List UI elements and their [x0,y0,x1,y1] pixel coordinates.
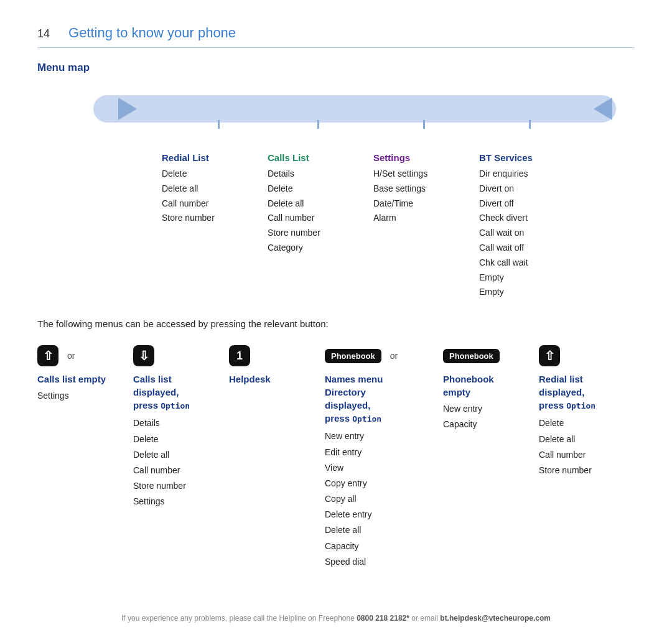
calls-empty-settings: Settings [37,388,133,404]
following-text: The following menus can be accessed by p… [37,318,635,329]
arrow-up2-icon: ⇧ [539,345,560,366]
list-item: Alarm [373,211,479,226]
or-label: or [67,351,75,361]
list-item: Delete [133,432,229,447]
list-item: Empty [479,285,585,300]
list-item: Details [133,415,229,431]
list-item: New entry [443,401,539,417]
list-item: H/Set settings [373,167,479,182]
bottom-col-phonebook-empty: Phonebook Phonebookempty New entry Capac… [443,344,539,432]
header-divider [37,47,635,48]
list-item: Call number [162,197,268,211]
phonebook-empty-icon-row: Phonebook [443,344,539,368]
number-1-icon: 1 [229,345,250,366]
phonebook-names-items: New entry Edit entry View Copy entry Cop… [325,429,443,570]
redial-displayed-icon-row: ⇧ [539,344,635,368]
list-item: Store number [162,211,268,226]
list-item: Category [268,241,373,256]
footer-text: If you experience any problems, please c… [121,614,551,623]
list-item: Copy entry [325,476,443,491]
list-item: Base settings [373,182,479,197]
list-item: Delete [539,415,635,431]
option-label-2: Option [352,414,381,424]
bottom-col-phonebook-names: Phonebook or Names menuDirectorydisplaye… [325,344,443,570]
bottom-col-helpdesk: 1 Helpdesk [229,344,325,388]
list-item: Store number [268,226,373,241]
list-item: Copy all [325,491,443,507]
redial-displayed-header: Redial listdisplayed,press Option [539,373,635,412]
list-item: Details [268,167,373,182]
arrow-right-icon [118,98,137,120]
tick-4 [529,120,531,129]
list-item: Empty [479,271,585,285]
list-item: Store number [539,463,635,478]
calls-displayed-icon-row: ⇩ [133,344,229,368]
arrow-down-icon: ⇩ [133,345,154,366]
phonebook-names-icon-row: Phonebook or [325,344,443,368]
calls-list-empty-header: Calls list empty [37,373,133,386]
helpdesk-icon-row: 1 [229,344,325,368]
list-item: Capacity [325,539,443,554]
calls-empty-icon-row: ⇧ or [37,344,133,368]
phonebook-empty-header: Phonebookempty [443,373,539,399]
list-item: Date/Time [373,197,479,211]
list-item: Divert on [479,182,585,197]
list-item: Dir enquiries [479,167,585,182]
tick-2 [317,120,319,129]
list-item: Check divert [479,211,585,226]
option-label: Option [161,401,190,410]
list-item: Call number [268,211,373,226]
option-label-3: Option [566,401,595,410]
or-label-2: or [390,351,398,361]
phonebook-names-header: Names menuDirectorydisplayed,press Optio… [325,373,443,425]
bottom-col-redial-displayed: ⇧ Redial listdisplayed,press Option Dele… [539,344,635,478]
list-item: Store number [133,478,229,494]
footer: If you experience any problems, please c… [37,614,635,623]
list-item: Call number [133,463,229,478]
arrow-up-icon: ⇧ [37,345,58,366]
list-item: Delete all [268,197,373,211]
list-item: Speed dial [325,554,443,570]
footer-phone: 0800 218 2182* [357,614,409,623]
page-header: 14 Getting to know your phone [37,25,635,41]
redial-list-items: Delete Delete all Call number Store numb… [162,167,268,226]
calls-displayed-header: Calls listdisplayed,press Option [133,373,229,412]
redial-displayed-items: Delete Delete all Call number Store numb… [539,415,635,478]
helpdesk-header: Helpdesk [229,373,325,386]
list-item: New entry [325,429,443,444]
menu-col-redial: Redial List Delete Delete all Call numbe… [162,152,268,300]
tick-3 [423,120,425,129]
arrow-diagram [37,84,635,134]
menu-col-bt: BT Services Dir enquiries Divert on Dive… [479,152,585,300]
bottom-col-calls-displayed: ⇩ Calls listdisplayed,press Option Detai… [133,344,229,509]
list-item: Edit entry [325,445,443,460]
menu-columns: Redial List Delete Delete all Call numbe… [37,152,635,300]
bt-services-items: Dir enquiries Divert on Divert off Check… [479,167,585,300]
page-number: 14 [37,27,50,40]
list-item: Capacity [443,417,539,432]
list-item: Delete all [162,182,268,197]
calls-displayed-items: Details Delete Delete all Call number St… [133,415,229,509]
list-item: Delete [162,167,268,182]
list-item: Delete all [539,432,635,447]
list-item: Delete [268,182,373,197]
footer-email: bt.helpdesk@vtecheurope.com [440,614,551,623]
phonebook-icon-2: Phonebook [443,349,500,363]
bottom-section: ⇧ or Calls list empty Settings ⇩ Calls l… [37,344,635,570]
list-item: Delete all [325,522,443,538]
list-item: Chk call wait [479,256,585,271]
bottom-col-calls-empty: ⇧ or Calls list empty Settings [37,344,133,404]
settings-title: Settings [373,152,479,163]
list-item: Call number [539,447,635,463]
calls-list-title: Calls List [268,152,373,163]
phonebook-icon-1: Phonebook [325,349,381,363]
page-title: Getting to know your phone [68,25,236,41]
phonebook-empty-items: New entry Capacity [443,401,539,432]
list-item: Settings [133,494,229,509]
settings-items: H/Set settings Base settings Date/Time A… [373,167,479,226]
menu-col-calls: Calls List Details Delete Delete all Cal… [268,152,373,300]
redial-list-title: Redial List [162,152,268,163]
arrow-track [93,95,616,123]
list-item: Delete entry [325,507,443,522]
list-item: Call wait off [479,241,585,256]
